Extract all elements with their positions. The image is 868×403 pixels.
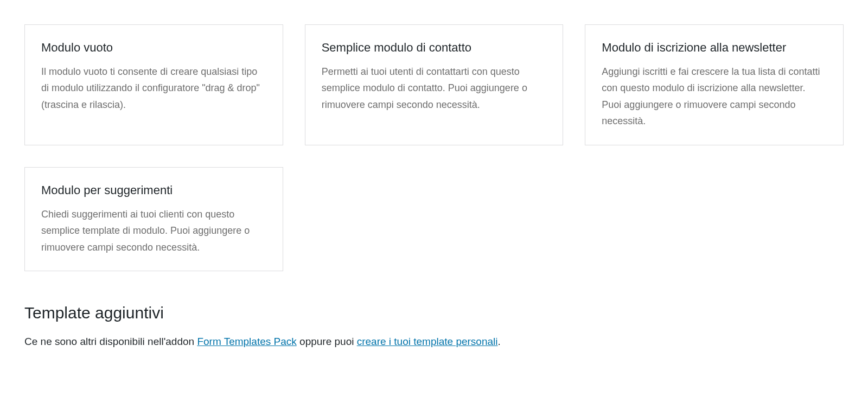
template-description: Permetti ai tuoi utenti di contattarti c… bbox=[322, 63, 547, 113]
template-card-simple-contact[interactable]: Semplice modulo di contatto Permetti ai … bbox=[305, 24, 564, 145]
template-title: Semplice modulo di contatto bbox=[322, 40, 547, 56]
template-title: Modulo di iscrizione alla newsletter bbox=[602, 40, 827, 56]
template-title: Modulo vuoto bbox=[41, 40, 266, 56]
additional-templates-heading: Template aggiuntivi bbox=[24, 304, 844, 322]
template-description: Il modulo vuoto ti consente di creare qu… bbox=[41, 63, 266, 113]
template-title: Modulo per suggerimenti bbox=[41, 183, 266, 199]
additional-templates-section: Template aggiuntivi Ce ne sono altri dis… bbox=[24, 304, 844, 350]
additional-templates-text: Ce ne sono altri disponibili nell'addon … bbox=[24, 334, 844, 350]
template-description: Aggiungi iscritti e fai crescere la tua … bbox=[602, 63, 827, 130]
text-before: Ce ne sono altri disponibili nell'addon bbox=[24, 336, 197, 347]
template-card-newsletter[interactable]: Modulo di iscrizione alla newsletter Agg… bbox=[585, 24, 844, 145]
create-custom-templates-link[interactable]: creare i tuoi template personali bbox=[357, 336, 498, 347]
template-card-suggestion[interactable]: Modulo per suggerimenti Chiedi suggerime… bbox=[24, 167, 283, 271]
template-description: Chiedi suggerimenti ai tuoi clienti con … bbox=[41, 206, 266, 256]
text-middle: oppure puoi bbox=[297, 336, 357, 347]
template-grid: Modulo vuoto Il modulo vuoto ti consente… bbox=[24, 24, 844, 271]
form-templates-pack-link[interactable]: Form Templates Pack bbox=[197, 336, 296, 347]
text-after: . bbox=[498, 336, 501, 347]
template-card-blank[interactable]: Modulo vuoto Il modulo vuoto ti consente… bbox=[24, 24, 283, 145]
